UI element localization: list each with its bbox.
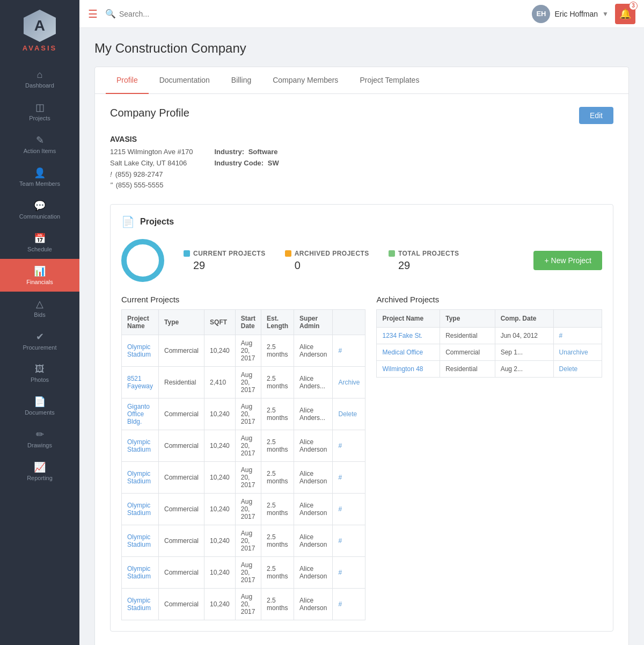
row-action[interactable]: # (338, 569, 342, 576)
project-link[interactable]: Olympic Stadium (127, 533, 151, 548)
projects-box-header: 📄 Projects (121, 215, 602, 228)
sidebar-item-dashboard[interactable]: ⌂Dashboard (0, 63, 79, 95)
sidebar-item-label: Photos (31, 376, 49, 383)
archived-row-action[interactable]: # (559, 332, 563, 339)
table-row: Olympic StadiumCommercial10,240Aug 20, 2… (122, 525, 365, 557)
stat-archived: ARCHIVED PROJECTS 0 (285, 250, 369, 272)
project-link[interactable]: Olympic Stadium (127, 470, 151, 485)
col-project-name: Project Name (122, 310, 159, 335)
sidebar-item-projects[interactable]: ◫Projects (0, 95, 79, 128)
sidebar-logo: A AVASIS (23, 0, 57, 59)
archived-action-cell[interactable]: # (553, 328, 602, 344)
industry-row: Industry: Software (214, 147, 279, 158)
procurement-icon: ✔ (36, 331, 44, 343)
project-link[interactable]: Olympic Stadium (127, 565, 151, 580)
table-row: Olympic StadiumCommercial10,240Aug 20, 2… (122, 494, 365, 525)
topbar: ☰ 🔍 EH Eric Hoffman ▼ 🔔 3 (79, 0, 644, 28)
schedule-icon: 📅 (34, 233, 46, 244)
archived-row-action[interactable]: Delete (559, 365, 578, 373)
sidebar-item-photos[interactable]: 🖼Photos (0, 357, 79, 389)
row-action[interactable]: # (338, 505, 342, 513)
notification-button[interactable]: 🔔 3 (615, 4, 635, 24)
current-dot (184, 250, 190, 257)
archived-project-link[interactable]: 1234 Fake St. (382, 332, 422, 339)
stat-total: TOTAL PROJECTS 29 (389, 250, 459, 272)
project-link[interactable]: Olympic Stadium (127, 502, 151, 517)
phone1-icon: ! (110, 169, 112, 180)
project-link[interactable]: Olympic Stadium (127, 438, 151, 453)
sidebar-nav: ⌂Dashboard◫Projects✎Action Items👤Team Me… (0, 63, 79, 488)
new-project-button[interactable]: + New Project (533, 251, 602, 270)
sidebar-item-label: Documents (25, 409, 55, 416)
archived-label: ARCHIVED PROJECTS (295, 250, 369, 257)
archived-action-cell[interactable]: Unarchive (553, 344, 602, 361)
tables-row: Current Projects Project NameTypeSQFTSta… (121, 295, 602, 620)
tab-billing[interactable]: Billing (221, 67, 262, 94)
row-action[interactable]: Archive (338, 379, 360, 386)
reporting-icon: 📈 (34, 461, 46, 473)
sidebar-item-communication[interactable]: 💬Communication (0, 193, 79, 226)
edit-button[interactable]: Edit (579, 107, 613, 124)
sidebar-item-action-items[interactable]: ✎Action Items (0, 128, 79, 161)
table-row: Olympic StadiumCommercial10,240Aug 20, 2… (122, 430, 365, 462)
col-action (333, 310, 365, 335)
action-items-icon: ✎ (36, 134, 44, 146)
table-row: Giganto Office Bldg.Commercial10,240Aug … (122, 398, 365, 430)
action-cell[interactable]: # (333, 430, 365, 462)
action-cell[interactable]: Delete (333, 398, 365, 430)
profile-section: Company Profile Edit AVASIS 1215 Wilming… (95, 94, 628, 204)
project-link[interactable]: Olympic Stadium (127, 343, 151, 358)
action-cell[interactable]: # (333, 494, 365, 525)
drawings-icon: ✏ (36, 429, 44, 440)
archived-row-action[interactable]: Unarchive (559, 349, 588, 356)
project-link[interactable]: Olympic Stadium (127, 597, 151, 612)
table-row: Olympic StadiumCommercial10,240Aug 20, 2… (122, 462, 365, 494)
tab-profile[interactable]: Profile (106, 67, 149, 94)
sidebar-item-label: Financials (26, 279, 53, 285)
row-action[interactable]: # (338, 347, 342, 354)
row-action[interactable]: # (338, 600, 342, 608)
sidebar-item-label: Reporting (27, 475, 53, 481)
action-cell[interactable]: Archive (333, 367, 365, 398)
sidebar-item-label: Communication (19, 213, 60, 220)
sidebar-item-reporting[interactable]: 📈Reporting (0, 455, 79, 488)
archived-project-link[interactable]: Medical Office (382, 349, 423, 356)
projects-box-title: Projects (140, 217, 174, 227)
sidebar-item-financials[interactable]: 📊Financials (0, 259, 79, 292)
tab-company-members[interactable]: Company Members (262, 67, 349, 94)
action-cell[interactable]: # (333, 462, 365, 494)
action-cell[interactable]: # (333, 525, 365, 557)
sidebar-item-schedule[interactable]: 📅Schedule (0, 226, 79, 259)
sidebar-item-label: Action Items (24, 148, 56, 154)
tabs-row: ProfileDocumentationBillingCompany Membe… (95, 67, 628, 94)
archived-project-link[interactable]: Wilmington 48 (382, 365, 423, 373)
projects-icon: ◫ (35, 102, 45, 113)
sidebar-item-documents[interactable]: 📄Documents (0, 389, 79, 422)
col-sqft: SQFT (204, 310, 236, 335)
sidebar-item-procurement[interactable]: ✔Procurement (0, 324, 79, 357)
col-est.-length: Est. Length (261, 310, 294, 335)
row-action[interactable]: Delete (338, 410, 357, 418)
search-input[interactable] (119, 10, 226, 18)
action-cell[interactable]: # (333, 589, 365, 620)
sidebar-item-label: Dashboard (25, 82, 54, 89)
archived-action-cell[interactable]: Delete (553, 361, 602, 378)
project-link[interactable]: 8521 Fayeway (127, 375, 153, 390)
project-link[interactable]: Giganto Office Bldg. (127, 403, 150, 425)
row-action[interactable]: # (338, 537, 342, 545)
row-action[interactable]: # (338, 474, 342, 481)
sidebar-item-drawings[interactable]: ✏Drawings (0, 422, 79, 455)
total-dot (389, 250, 395, 257)
action-cell[interactable]: # (333, 557, 365, 589)
sidebar-item-team-members[interactable]: 👤Team Members (0, 161, 79, 193)
acol-project-name: Project Name (377, 310, 440, 328)
profile-header: Company Profile Edit (110, 107, 613, 124)
action-cell[interactable]: # (333, 335, 365, 367)
tab-documentation[interactable]: Documentation (149, 67, 221, 94)
tab-project-templates[interactable]: Project Templates (349, 67, 430, 94)
phone2-icon: " (110, 180, 113, 191)
user-info[interactable]: EH Eric Hoffman ▼ (532, 5, 609, 23)
sidebar-item-bids[interactable]: △Bids (0, 292, 79, 324)
row-action[interactable]: # (338, 442, 342, 450)
menu-icon[interactable]: ☰ (88, 8, 98, 20)
